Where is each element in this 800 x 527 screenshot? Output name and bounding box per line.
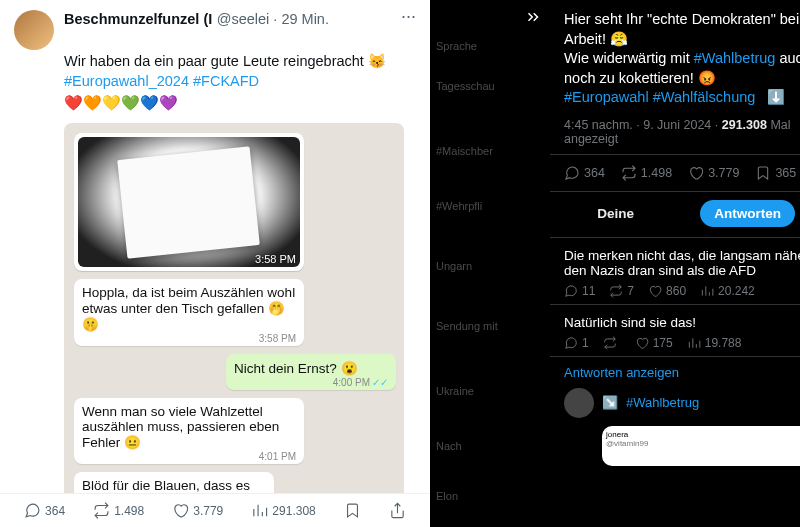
stats-bar: 364 1.498 3.779 365 xyxy=(550,154,800,192)
chat-photo-bubble: 3:58 PM xyxy=(74,133,304,271)
hashtag-link[interactable]: #FCKAFD xyxy=(193,73,259,89)
tweet-text: Wir haben da ein paar gute Leute reingeb… xyxy=(64,52,416,72)
hashtag-link[interactable]: #Europawahl xyxy=(564,89,649,105)
avatar xyxy=(564,388,594,418)
hashtag-link[interactable]: #Wahlbetrug xyxy=(626,395,699,410)
chevron-right-icon[interactable] xyxy=(524,8,542,30)
hashtag-link[interactable]: #Wahlbetrug xyxy=(694,50,776,66)
reply-button[interactable]: Antworten xyxy=(700,200,795,227)
main-tweet: Hier seht Ihr "echte Demokraten" bei der… xyxy=(550,0,800,154)
quote-tweet-card[interactable]: ↘️ #Wahlbetrug xyxy=(550,380,800,426)
share-button[interactable] xyxy=(389,502,406,519)
quoted-tweet: Beschmunzelfunzel (I @seelei · 29 Min. ·… xyxy=(0,0,430,507)
emoji-row: ❤️🧡💛💚💙💜 xyxy=(64,93,416,113)
photo-timestamp: 3:58 PM xyxy=(255,253,296,265)
like-button[interactable]: 3.779 xyxy=(172,502,223,519)
reply-button[interactable]: 364 xyxy=(564,165,605,181)
chat-msg-in: Hoppla, da ist beim Auszählen wohl etwas… xyxy=(74,279,304,346)
like-button[interactable]: 3.779 xyxy=(688,165,739,181)
tweet-meta[interactable]: 4:45 nachm. · 9. Juni 2024 · 291.308 Mal… xyxy=(564,118,800,146)
author-handle[interactable]: @seelei · 29 Min. xyxy=(217,11,329,27)
chat-msg-out: Nicht dein Ernst? 😮 4:00 PM✓✓ xyxy=(226,354,396,390)
hashtag-link[interactable]: #Wahlfälschung xyxy=(653,89,756,105)
chat-msg-in: Wenn man so viele Wahlzettel auszählen m… xyxy=(74,398,304,464)
more-icon[interactable]: ··· xyxy=(401,10,416,22)
bookmark-button[interactable] xyxy=(344,502,361,519)
bookmark-button[interactable]: 365 xyxy=(755,165,796,181)
reply-button[interactable]: 364 xyxy=(24,502,65,519)
tab-mine[interactable]: Deine xyxy=(597,206,634,221)
reply-item[interactable]: Die merken nicht das, die langsam näher … xyxy=(550,238,800,305)
attached-image[interactable]: 3:58 PM Hoppla, da ist beim Auszählen wo… xyxy=(64,123,404,503)
views-button[interactable]: 291.308 xyxy=(251,502,315,519)
author-name[interactable]: Beschmunzelfunzel (I xyxy=(64,11,212,27)
trends-column: Sprache Tagesschau #Maischber #Wehrpfli … xyxy=(430,0,550,527)
action-bar: 364 1.498 3.779 291.308 xyxy=(0,493,430,527)
hashtag-link[interactable]: #Europawahl_2024 xyxy=(64,73,189,89)
retweet-button[interactable]: 1.498 xyxy=(621,165,672,181)
reply-item[interactable]: Natürlich sind sie das! 1 175 19.788 xyxy=(550,305,800,357)
avatar[interactable] xyxy=(14,10,54,50)
retweet-button[interactable]: 1.498 xyxy=(93,502,144,519)
show-more-replies[interactable]: Antworten anzeigen xyxy=(550,357,800,380)
